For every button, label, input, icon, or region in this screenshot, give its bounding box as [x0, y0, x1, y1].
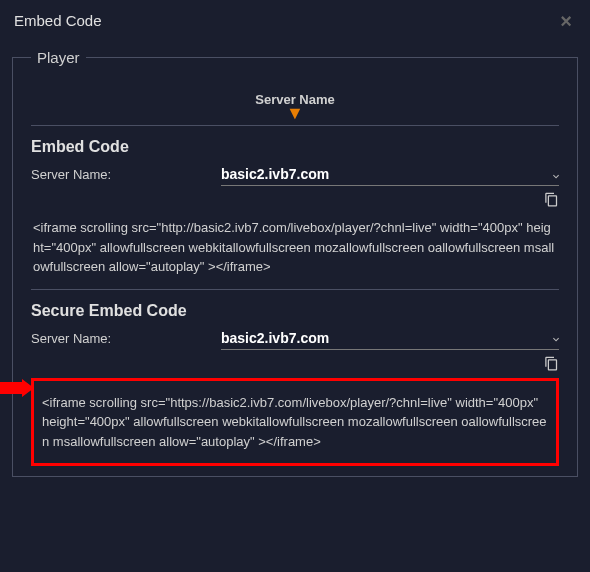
highlight-box: <iframe scrolling src="https://basic2.iv…	[31, 378, 559, 467]
copy-icon[interactable]	[544, 192, 559, 210]
modal-title: Embed Code	[10, 12, 580, 29]
svg-marker-0	[0, 379, 34, 397]
server-name-select-2[interactable]: basic2.ivb7.com ⌵	[221, 330, 559, 350]
divider	[31, 125, 559, 126]
embed-code-section-title: Embed Code	[31, 138, 559, 156]
server-name-row-1: Server Name: basic2.ivb7.com ⌵	[31, 166, 559, 186]
divider	[31, 289, 559, 290]
chevron-down-icon: ⌵	[553, 169, 559, 180]
server-name-value-1: basic2.ivb7.com	[221, 166, 329, 182]
server-name-row-2: Server Name: basic2.ivb7.com ⌵	[31, 330, 559, 350]
annotation-arrow-icon	[0, 379, 34, 397]
copy-row-2	[31, 356, 559, 374]
embed-code-modal: Embed Code × Player Server Name ▼ Embed …	[0, 0, 590, 489]
secure-embed-code-section-title: Secure Embed Code	[31, 302, 559, 320]
embed-code-text-2[interactable]: <iframe scrolling src="https://basic2.iv…	[40, 389, 550, 456]
caret-down-icon: ▼	[31, 109, 559, 117]
chevron-down-icon: ⌵	[553, 332, 559, 343]
server-name-label-2: Server Name:	[31, 331, 221, 346]
server-name-label-1: Server Name:	[31, 167, 221, 182]
copy-icon[interactable]	[544, 356, 559, 374]
fieldset-legend: Player	[31, 49, 86, 66]
close-icon[interactable]: ×	[560, 10, 572, 33]
server-name-select-1[interactable]: basic2.ivb7.com ⌵	[221, 166, 559, 186]
embed-code-text-1[interactable]: <iframe scrolling src="http://basic2.ivb…	[31, 214, 559, 281]
server-name-value-2: basic2.ivb7.com	[221, 330, 329, 346]
copy-row-1	[31, 192, 559, 210]
player-fieldset: Player Server Name ▼ Embed Code Server N…	[12, 49, 578, 477]
